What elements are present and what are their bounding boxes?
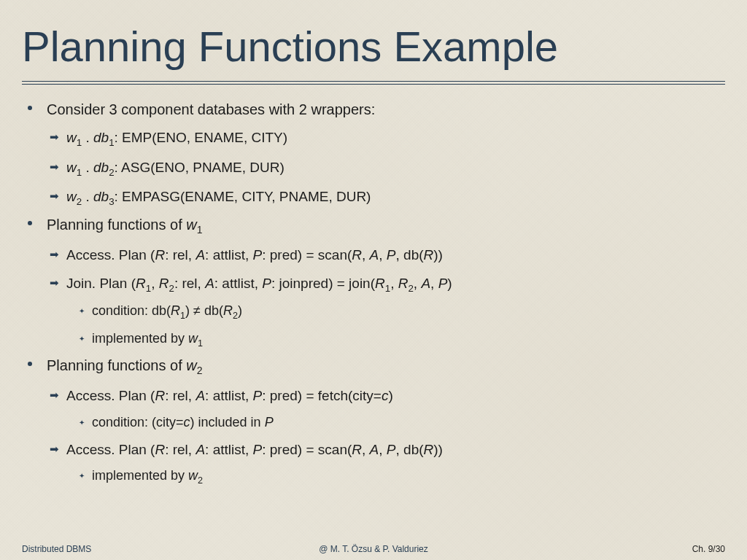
diamond-icon: ✦	[79, 417, 85, 428]
bullet-1-sub-3: ➡ w2 . db3: EMPASG(ENAME, CITY, PNAME, D…	[50, 187, 725, 209]
bullet-3-sub-1: ➡ Access. Plan (R: rel, A: attlist, P: p…	[50, 386, 725, 407]
arrow-icon: ➡	[50, 387, 59, 404]
bullet-1-sub-2: ➡ w1 . db2: ASG(ENO, PNAME, DUR)	[50, 158, 725, 180]
bullet-1-text: Consider 3 component databases with 2 wr…	[47, 98, 725, 120]
arrow-icon: ➡	[50, 441, 59, 458]
arrow-icon: ➡	[50, 188, 59, 205]
bullet-2: Planning functions of w1	[28, 214, 725, 238]
diamond-icon: ✦	[79, 470, 85, 481]
diamond-icon: ✦	[79, 333, 85, 344]
bullet-2-sub-1: ➡ Access. Plan (R: rel, A: attlist, P: p…	[50, 245, 725, 266]
arrow-icon: ➡	[50, 275, 59, 292]
footer-mid: @ M. T. Özsu & P. Valduriez	[319, 544, 428, 554]
title-divider	[22, 81, 725, 85]
bullet-3: Planning functions of w2	[28, 354, 725, 378]
bullet-1-sub-1: ➡ w1 . db1: EMP(ENO, ENAME, CITY)	[50, 128, 725, 150]
slide-title: Planning Functions Example	[22, 22, 725, 71]
arrow-icon: ➡	[50, 159, 59, 176]
footer-left: Distributed DBMS	[22, 544, 91, 554]
bullet-1: Consider 3 component databases with 2 wr…	[28, 98, 725, 120]
arrow-icon: ➡	[50, 246, 59, 263]
bullet-2-sub-2: ➡ Join. Plan (R1, R2: rel, A: attlist, P…	[50, 273, 725, 296]
footer-right: Ch. 9/30	[692, 544, 725, 554]
diamond-icon: ✦	[79, 306, 85, 316]
bullet-2-sub-2-cond-1: ✦ condition: db(R1) ≠ db(R2)	[79, 301, 725, 322]
bullet-dot-icon	[28, 106, 32, 110]
bullet-2-sub-2-cond-2: ✦ implemented by w1	[79, 329, 725, 350]
footer: Distributed DBMS @ M. T. Özsu & P. Valdu…	[22, 544, 725, 554]
slide-content: Consider 3 component databases with 2 wr…	[22, 98, 725, 488]
bullet-dot-icon	[28, 221, 32, 225]
arrow-icon: ➡	[50, 129, 59, 146]
bullet-3-sub-2: ➡ Access. Plan (R: rel, A: attlist, P: p…	[50, 440, 725, 461]
bullet-3-sub-1-cond-1: ✦ condition: (city=c) included in P	[79, 413, 725, 432]
bullet-dot-icon	[28, 362, 32, 366]
bullet-3-sub-2-cond-1: ✦ implemented by w2	[79, 466, 725, 487]
